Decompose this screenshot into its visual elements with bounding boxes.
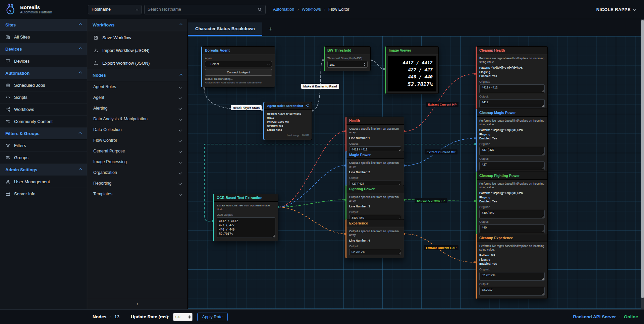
scrollbar-thumb[interactable] [641, 20, 644, 298]
sidebar-item-all-sites[interactable]: All Sites [0, 31, 87, 43]
node-experience[interactable]: Experience Output a specific line from a… [345, 219, 404, 258]
node-cleanup-health[interactable]: Cleanup Health Performs live regex-based… [476, 46, 548, 111]
sidebar-section-devices[interactable]: Devices [0, 43, 87, 55]
node-category-alerting[interactable]: Alerting [87, 103, 187, 114]
search-icon [257, 7, 262, 12]
chevron-down-icon [179, 171, 182, 174]
sidebar-item-filters[interactable]: Filters [0, 140, 87, 152]
breadcrumb-automation[interactable]: Automation [273, 7, 294, 12]
node-category-templates[interactable]: Templates [87, 189, 187, 199]
node-magic-power[interactable]: Magic Power Output a specific line from … [345, 151, 404, 190]
sidebar-item-scheduled-jobs[interactable]: Scheduled Jobs [0, 79, 87, 91]
import-workflow-button[interactable]: Import Workflow (JSON) [87, 44, 187, 57]
original-value[interactable]: 427 { 427 [479, 147, 545, 155]
sidebar-item-workflows[interactable]: Workflows [0, 104, 87, 116]
regex-pattern: Pattern: ^\s*(\d+)[^0-9]+(\d+)\s*$ [479, 66, 545, 70]
node-agent-role-screenshot[interactable]: Agent Role: Screenshot Region: X:200 Y:4… [263, 102, 312, 140]
tab-character-status-breakdown[interactable]: Character Status Breakdown [188, 22, 262, 36]
stepper-icon[interactable] [364, 63, 366, 66]
backend-online-badge: Online [624, 314, 638, 319]
sidebar-item-community-content[interactable]: Community Content [0, 116, 87, 128]
connect-to-agent-button[interactable]: Connect to Agent [205, 69, 272, 76]
sidebar-item-devices[interactable]: Devices [0, 55, 87, 67]
chevron-down-icon [179, 160, 182, 164]
node-category-general-purpose[interactable]: General Purpose [87, 146, 187, 156]
node-fighting-power[interactable]: Fighting Power Output a specific line fr… [345, 185, 404, 224]
original-value[interactable]: 52.7017% [479, 272, 545, 281]
node-title: Magic Power [349, 153, 371, 157]
regex-enabled: Enabled: Yes [479, 199, 545, 204]
sidebar-item-groups[interactable]: Groups [0, 152, 87, 164]
chevron-down-icon [179, 182, 182, 185]
node-category-agent-roles[interactable]: Agent Roles [87, 81, 187, 92]
edge-label-extract-current-fp[interactable]: Extract Current FP [415, 198, 447, 203]
brand-tagline: Automation Platform [20, 10, 52, 14]
node-cleanup-experience[interactable]: Cleanup Experience Performs live regex-b… [476, 234, 548, 299]
sidebar-section-sites[interactable]: Sites [0, 19, 87, 31]
edge-label-extract-current-hp[interactable]: Extract Current HP [426, 102, 459, 107]
line-number: Line Number: 4 [349, 239, 401, 243]
nodes-count-value: 13 [114, 314, 119, 319]
workflows-panel-header[interactable]: Workflows [87, 19, 187, 31]
original-value[interactable]: 4412 / 4412 [479, 84, 545, 93]
collapse-panel-button[interactable]: ‹ [87, 298, 187, 309]
threshold-label: Threshold Strength (0–255): [327, 57, 368, 60]
breadcrumb-workflows[interactable]: Workflows [302, 7, 321, 12]
node-cleanup-magic-power[interactable]: Cleanup Magic Power Performs live regex-… [476, 109, 548, 174]
nodes-count-label: Nodes [93, 314, 106, 319]
regex-enabled: Enabled: Yes [479, 262, 545, 266]
node-ocr-text-extraction[interactable]: OCR-Based Text Extraction Extract Multi-… [213, 194, 278, 241]
output-value[interactable]: 52.7017 [479, 287, 545, 296]
flow-canvas[interactable]: Borealis Agent Agent: -- Select -- Conne… [188, 36, 644, 309]
update-rate-input[interactable]: 100 [173, 313, 193, 321]
node-cleanup-fighting-power[interactable]: Cleanup Fighting Power Performs live reg… [476, 172, 548, 237]
user-menu[interactable]: NICOLE RAPPE [596, 7, 644, 12]
node-borealis-agent[interactable]: Borealis Agent Agent: -- Select -- Conne… [201, 46, 275, 87]
save-workflow-button[interactable]: Save Workflow [87, 31, 187, 44]
original-value[interactable]: 440 / 440 [479, 210, 545, 218]
edge-label-make-it-easier-to-read[interactable]: Make it Easier to Read [301, 84, 339, 89]
breadcrumb-current: Flow Editor [328, 7, 350, 12]
threshold-input[interactable]: 181 [327, 61, 368, 68]
node-health[interactable]: Health Output a specific line from an up… [345, 117, 404, 156]
edge-label-extract-current-mp[interactable]: Extract Current MP [425, 149, 458, 154]
stepper-icon[interactable] [189, 315, 191, 319]
regex-pattern: Pattern: ^\s*(\d+)[^0-9]+(\d+)\s*$ [479, 191, 545, 195]
node-category-agent[interactable]: Agent [87, 92, 187, 103]
sidebar-section-admin-settings[interactable]: Admin Settings [0, 164, 87, 176]
output-value[interactable]: 4412 [479, 99, 545, 108]
node-category-reporting[interactable]: Reporting [87, 178, 187, 189]
vertical-scrollbar[interactable] [641, 19, 644, 309]
output-value[interactable]: 440 [479, 224, 545, 233]
hostname-select[interactable]: Hostname [88, 5, 142, 14]
node-category-data-collection[interactable]: Data Collection [87, 124, 187, 135]
sidebar-item-user-management[interactable]: User Management [0, 176, 87, 188]
sidebar-item-scripts[interactable]: Scripts [0, 91, 87, 104]
output-value[interactable]: 427 [479, 161, 545, 170]
ocr-output-textarea[interactable]: 4412 / 4412 427 { 427 440 / 440 52.7017% [217, 217, 275, 238]
node-category-flow-control[interactable]: Flow Control [87, 135, 187, 146]
node-category-image-processing[interactable]: Image Processing [87, 156, 187, 167]
nodes-panel-header[interactable]: Nodes [87, 69, 187, 81]
node-category-organization[interactable]: Organization [87, 167, 187, 178]
node-category-data-analysis[interactable]: Data Analysis & Manipulation [87, 114, 187, 124]
sidebar-section-automation[interactable]: Automation [0, 67, 87, 79]
apply-rate-button[interactable]: Apply Rate [197, 313, 228, 321]
node-bw-threshold[interactable]: BW Threshold Threshold Strength (0–255):… [324, 46, 371, 71]
sidebar-section-filters-groups[interactable]: Filters & Groups [0, 128, 87, 140]
flow-editor: Character Status Breakdown + [188, 19, 644, 309]
add-tab-button[interactable]: + [262, 22, 278, 36]
search-hostname-input[interactable] [148, 7, 248, 12]
code-icon [5, 95, 10, 100]
node-image-viewer[interactable]: Image Viewer 4412 / 4412 427 / 427 440 /… [385, 46, 439, 94]
share-icon[interactable] [305, 104, 309, 108]
agent-select[interactable]: -- Select -- [205, 61, 272, 67]
export-workflow-button[interactable]: Export Workflow (JSON) [87, 57, 187, 69]
chevron-down-icon [179, 96, 182, 99]
brand[interactable]: Borealis Automation Platform [0, 3, 87, 16]
output-value[interactable]: 52.7017% [349, 249, 401, 255]
sidebar-item-server-info[interactable]: Server Info [0, 188, 87, 200]
chevron-up-icon [179, 74, 183, 77]
edge-label-read-player-stats[interactable]: Read Player Stats [231, 105, 262, 110]
edge-label-extract-current-exp[interactable]: Extract Current EXP [424, 245, 459, 250]
